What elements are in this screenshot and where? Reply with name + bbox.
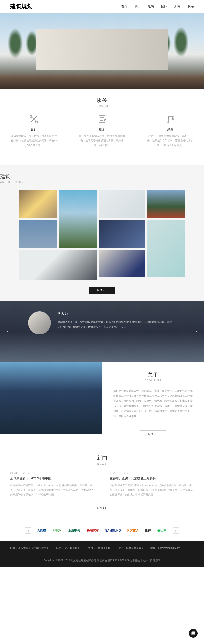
news-item-desc: 根据牛津经济研究院（Oxford Economics）提供的最新数据，在香港、孟… [110,483,194,497]
news-item-title: 在香港、孟买、北京或者上海购买 [110,476,194,481]
partners-prev-button[interactable]: ‹ [25,527,31,534]
nav-team[interactable]: 团队 [161,4,167,9]
footer: 地址：江苏省南京市玄武区玄武湖 电话：020-88888888 手机：13988… [0,541,204,555]
architecture-more-button[interactable]: MORE [89,287,115,294]
gallery-item[interactable] [19,190,57,218]
partner-logo[interactable]: SAMSUNG [105,528,121,533]
about-subtitle: ABOUT US [113,379,193,382]
partner-logo[interactable]: 长城汽车 [87,528,99,533]
about-text: 我们是一家集建筑设计、建筑施工、安装、物业管理、房屋销售为一体的建筑工程企业，拥… [113,388,193,419]
news-item[interactable]: 03-28 —— 2019 全球最贵的5大城市 3个在中国 根据牛津经济研究院（… [10,471,94,497]
about-more-button[interactable]: MORE [140,430,166,438]
about-title: 关于 [113,371,193,378]
gallery-item[interactable] [19,220,57,248]
services-title: 服务 [0,97,204,104]
service-name: 设计 [10,127,58,132]
team-prev-button[interactable]: ‹ [4,328,10,335]
footer-mobile: 手机：13988888888 [88,546,111,550]
copyright-text: Copyright © 2002-2019 某某建筑规划有限公司 版权所有 苏I… [10,555,194,562]
nav-home[interactable]: 首页 [121,4,128,9]
svg-rect-9 [172,119,173,120]
partner-logo[interactable]: 美团网 [157,528,167,533]
news-date: 03-28 —— 2019 [10,471,94,474]
partners-section: ‹ ASUS 排院网 上海电气 长城汽车 SAMSUNG KONKA 康佳 美团… [0,520,204,541]
about-image [0,362,102,434]
service-desc: 计者按照建设任务，把施工过程和使用过程中所存在的或可能发生的问题，事先作好通盘的… [10,134,58,148]
gallery-item[interactable] [147,220,185,277]
architecture-subtitle: ARCHITECTURE [0,181,204,184]
team-member-desc: 建筑除边的奇，最不常见的是简单的空间，挑高空间的诱惑在被滥用光明前了，只健聪能互… [57,320,176,330]
logo[interactable]: 建筑规划 [10,3,33,10]
hero-banner [0,13,204,89]
partner-logo[interactable]: 上海电气 [68,528,80,533]
about-section: 关于 ABOUT US 我们是一家集建筑设计、建筑施工、安装、物业管理、房屋销售… [0,362,204,447]
service-planning[interactable]: 规划 便于整个工程得以在预定的投资限额范围内，按照周密考虑的预定方案，统一步调，… [78,114,126,148]
service-name: 规划 [78,127,126,132]
design-icon [29,114,39,124]
hero-decoration [173,27,189,57]
service-name: 建设 [146,127,194,132]
hero-decoration [8,28,23,59]
service-construction[interactable]: 建设 在古代，建筑技术和建筑施工分离不开来，建筑成为专门学科，还是在近代才实现，… [146,114,194,148]
footer-email: 邮箱：admin@admin.com [150,546,180,550]
services-section: 服务 SERVICE 设计 计者按照建设任务，把施工过程和使用过程中所存在的或可… [0,89,204,165]
service-design[interactable]: 设计 计者按照建设任务，把施工过程和使用过程中所存在的或可能发生的问题，事先作好… [10,114,58,148]
partner-logo[interactable]: ASUS [37,528,46,533]
main-nav: 首页 关于 建筑 团队 新闻 联系 [121,4,194,9]
partner-logo[interactable]: 排院网 [53,528,62,533]
construction-icon [165,114,175,124]
architecture-section: 建筑 ARCHITECTURE MORE [0,165,204,301]
gallery-item[interactable] [19,250,97,280]
news-item-desc: 根据牛津经济研究院（Oxford Economics）提供的最新数据，在香港、孟… [10,483,94,497]
news-subtitle: NEWS [10,462,194,465]
news-item-title: 全球最贵的5大城市 3个在中国 [10,476,94,481]
services-subtitle: SERVICE [0,105,204,107]
gallery-item[interactable] [59,190,97,248]
service-desc: 在古代，建筑技术和建筑施工分离不开来，建筑成为专门学科，还是在近代才实现，已从古… [146,134,194,148]
nav-contact[interactable]: 联系 [188,4,194,9]
footer-phone: 电话：020-88888888 [56,546,80,550]
architecture-gallery [0,190,204,280]
team-next-button[interactable]: › [194,328,200,335]
planning-icon [97,114,107,124]
news-title: 新闻 [10,454,194,461]
hero-house-image [36,29,168,70]
nav-news[interactable]: 新闻 [174,4,181,9]
copyright: Copyright © 2002-2019 某某建筑规划有限公司 版权所有 苏I… [0,555,204,567]
news-item[interactable]: 03-28 —— 2019 在香港、孟买、北京或者上海购买 根据牛津经济研究院（… [110,471,194,497]
gallery-item[interactable] [99,190,145,218]
news-section: 新闻 NEWS 03-28 —— 2019 全球最贵的5大城市 3个在中国 根据… [0,447,204,520]
partners-next-button[interactable]: › [173,527,179,534]
gallery-item[interactable] [99,250,145,277]
news-more-button[interactable]: MORE [89,505,115,512]
partner-logo[interactable]: KONKA [127,528,138,533]
footer-fax: 传真：020-99999999 [119,546,143,550]
architecture-title: 建筑 [0,173,204,180]
header: 建筑规划 首页 关于 建筑 团队 新闻 联系 [0,0,204,13]
team-member-name: 李大师 [57,311,176,316]
gallery-item[interactable] [99,220,145,248]
gallery-item[interactable] [147,190,185,218]
news-date: 03-28 —— 2019 [110,471,194,474]
partner-logo[interactable]: 康佳 [145,528,151,533]
nav-architecture[interactable]: 建筑 [148,4,154,9]
team-section: ‹ 李大师 建筑除边的奇，最不常见的是简单的空间，挑高空间的诱惑在被滥用光明前了… [0,301,204,362]
service-desc: 便于整个工程得以在预定的投资限额范围内，按照周密考虑的预定方案，统一步调，顺利进… [78,134,126,148]
nav-about[interactable]: 关于 [135,4,141,9]
footer-address: 地址：江苏省南京市玄武区玄武湖 [10,546,48,550]
team-avatar [28,311,51,334]
